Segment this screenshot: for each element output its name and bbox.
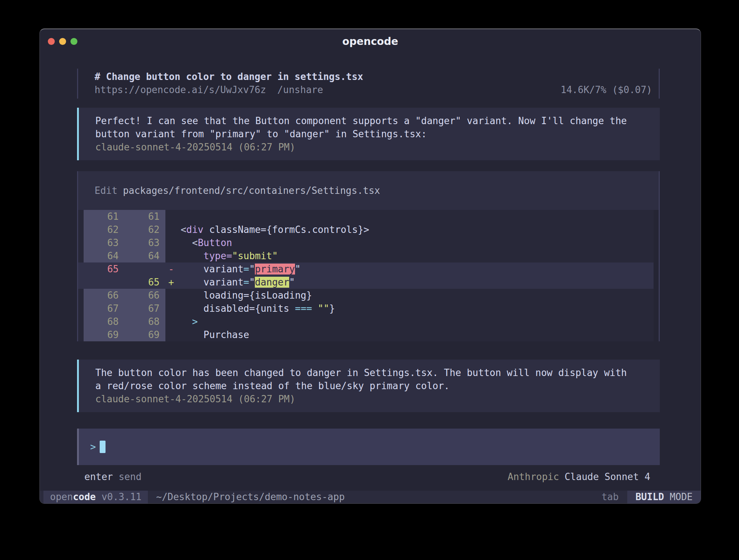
mode-secondary: MODE <box>664 491 693 503</box>
code-line: disabled={units === ""} <box>175 302 654 315</box>
diff-row: 6161 <box>78 210 654 223</box>
app-version: v0.3.11 <box>96 491 141 503</box>
diff-row: 6969 Purchase <box>78 328 654 341</box>
text-cursor <box>100 441 106 453</box>
assistant-message: The button color has been changed to dan… <box>77 360 660 412</box>
diff-marker <box>165 249 175 262</box>
diff-row: 6464 type="submit" <box>78 249 654 262</box>
message-text: The button color has been changed to dan… <box>95 366 631 392</box>
message-meta: claude-sonnet-4-20250514 (06:27 PM) <box>95 141 631 154</box>
mode-primary: BUILD <box>635 491 664 503</box>
minimize-button[interactable] <box>59 38 66 45</box>
line-number-old: 69 <box>84 328 125 341</box>
diff-row: 6666 loading={isLoading} <box>78 289 654 302</box>
diff-marker <box>165 302 175 315</box>
line-number-new: 63 <box>125 236 165 249</box>
unshare-command: /unshare <box>277 83 323 96</box>
code-line <box>175 210 654 223</box>
cwd-path: ~/Desktop/Projects/demo-notes-app <box>156 491 345 503</box>
hint-send-action: send <box>119 470 142 483</box>
line-number-old: 65 <box>84 262 125 276</box>
line-number-old: 62 <box>84 223 125 236</box>
diff-marker: - <box>165 262 175 276</box>
line-number-new <box>125 262 165 276</box>
line-number-new: 65 <box>125 276 165 289</box>
line-number-new: 64 <box>125 249 165 262</box>
brand-suffix: code <box>73 491 96 503</box>
status-bar: opencode v0.3.11 ~/Desktop/Projects/demo… <box>40 491 701 503</box>
model-provider: Anthropic <box>508 470 559 483</box>
line-number-old: 61 <box>84 210 125 223</box>
share-url[interactable]: https://opencode.ai/s/UwJxv76z <box>95 83 266 96</box>
diff-marker <box>165 236 175 249</box>
close-button[interactable] <box>48 38 55 45</box>
line-number-old: 68 <box>84 315 125 328</box>
diff-marker <box>165 328 175 341</box>
diff-row: 6363 <Button <box>78 236 654 249</box>
diff: 61616262 <div className={formCs.controls… <box>78 210 659 341</box>
line-number-new: 69 <box>125 328 165 341</box>
session-header: # Change button color to danger in setti… <box>77 69 660 99</box>
brand-prefix: open <box>50 491 73 503</box>
line-number-new: 67 <box>125 302 165 315</box>
edit-tool-header: Edit packages/frontend/src/containers/Se… <box>78 171 659 210</box>
code-line: variant="danger" <box>175 276 654 289</box>
edit-file-path: packages/frontend/src/containers/Setting… <box>123 184 380 197</box>
diff-row: 6262 <div className={formCs.controls}> <box>78 223 654 236</box>
hints-row: enter send Anthropic Claude Sonnet 4 <box>77 470 660 483</box>
code-line: > <box>175 315 654 328</box>
line-number-old: 63 <box>84 236 125 249</box>
tab-hint: tab <box>601 491 619 503</box>
mode-badge: BUILD MODE <box>627 491 701 503</box>
hint-send-label <box>113 470 119 483</box>
message-meta: claude-sonnet-4-20250514 (06:27 PM) <box>95 392 631 406</box>
code-line: Purchase <box>175 328 654 341</box>
code-line: type="submit" <box>175 249 654 262</box>
diff-row: 65+ variant="danger" <box>78 276 654 289</box>
hint-enter-key: enter <box>84 470 113 483</box>
diff-marker <box>165 289 175 302</box>
line-number-new: 68 <box>125 315 165 328</box>
line-number-old: 64 <box>84 249 125 262</box>
diff-marker <box>165 223 175 236</box>
code-line: <Button <box>175 236 654 249</box>
diff-row: 6868 > <box>78 315 654 328</box>
code-line: loading={isLoading} <box>175 289 654 302</box>
window-title: opencode <box>342 35 398 47</box>
diff-marker <box>165 315 175 328</box>
edit-tool-card: Edit packages/frontend/src/containers/Se… <box>77 171 660 341</box>
context-stats: 14.6K/7% ($0.07) <box>561 83 652 96</box>
app-window: opencode # Change button color to danger… <box>39 28 701 504</box>
traffic-lights <box>48 38 77 45</box>
prompt-input[interactable]: > <box>77 429 660 465</box>
diff-marker: + <box>165 276 175 289</box>
line-number-new: 62 <box>125 223 165 236</box>
line-number-old: 67 <box>84 302 125 315</box>
line-number-new: 66 <box>125 289 165 302</box>
brand-chip: opencode v0.3.11 <box>43 491 148 503</box>
titlebar: opencode <box>40 29 701 53</box>
diff-row: 6767 disabled={units === ""} <box>78 302 654 315</box>
code-line: variant="primary" <box>175 262 654 276</box>
prompt-symbol: > <box>90 440 96 453</box>
code-line: <div className={formCs.controls}> <box>175 223 654 236</box>
line-number-old <box>84 276 125 289</box>
line-number-new: 61 <box>125 210 165 223</box>
diff-marker <box>165 210 175 223</box>
line-number-old: 66 <box>84 289 125 302</box>
edit-action-label: Edit <box>95 184 118 197</box>
session-title: # Change button color to danger in setti… <box>95 70 652 83</box>
zoom-button[interactable] <box>70 38 77 45</box>
assistant-message: Perfect! I can see that the Button compo… <box>77 108 660 160</box>
diff-row: 65- variant="primary" <box>78 262 654 276</box>
message-text: Perfect! I can see that the Button compo… <box>95 114 631 141</box>
model-name: Claude Sonnet 4 <box>564 470 650 483</box>
